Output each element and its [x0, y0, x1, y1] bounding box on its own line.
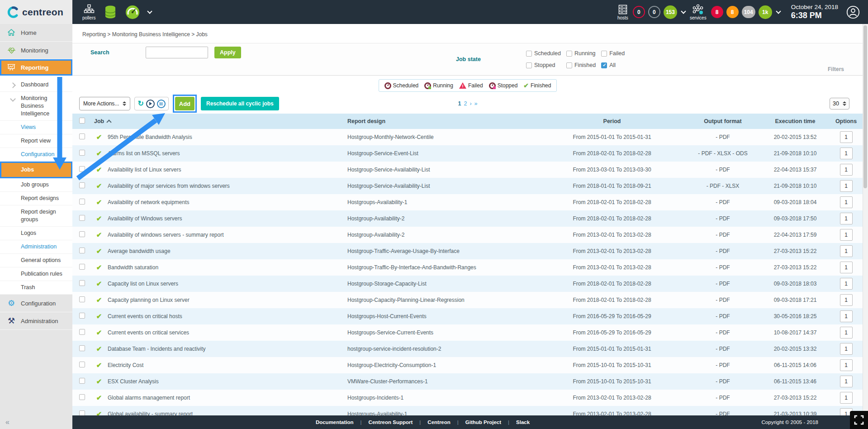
pagination-link[interactable]: › [470, 100, 471, 107]
job-name[interactable]: Electricity Cost [108, 362, 341, 368]
services-menu[interactable]: services [690, 4, 707, 20]
pollers-menu[interactable]: pollers [82, 4, 95, 20]
scrollbar-thumb[interactable] [863, 25, 867, 188]
job-name[interactable]: Availability of network equipments [108, 199, 341, 205]
row-checkbox[interactable] [79, 150, 85, 156]
options-input[interactable]: 1 [840, 148, 853, 159]
service-status-badge[interactable]: 8 [726, 6, 739, 18]
row-checkbox[interactable] [79, 362, 85, 367]
row-checkbox[interactable] [79, 394, 85, 400]
sidebar-subitem[interactable]: General options [0, 254, 72, 267]
checkbox-icon[interactable] [566, 51, 572, 57]
row-checkbox[interactable] [79, 215, 85, 221]
sidebar-item-home[interactable]: Home [0, 24, 72, 42]
job-state-checkbox[interactable]: Running [566, 50, 596, 57]
column-header-period[interactable]: Period [540, 118, 684, 124]
service-status-badge[interactable]: 104 [742, 6, 755, 18]
job-state-checkbox[interactable]: Failed [601, 50, 625, 57]
footer-link[interactable]: Github Project [465, 419, 516, 425]
database-status-icon[interactable] [104, 5, 117, 19]
chevron-down-icon[interactable] [147, 9, 152, 14]
footer-link[interactable]: Documentation [316, 419, 369, 425]
options-input[interactable]: 1 [840, 213, 853, 224]
sidebar-subitem[interactable]: Configuration [0, 148, 72, 162]
sidebar-item-configuration[interactable]: ⚙ Configuration [0, 295, 72, 312]
options-input[interactable]: 1 [840, 229, 853, 241]
pagination-link[interactable]: 2 [464, 100, 467, 107]
pagination-link[interactable]: » [474, 100, 478, 107]
job-state-checkbox[interactable]: All [601, 62, 625, 68]
job-name[interactable]: 95th Percentile Bandwidth Analysis [108, 134, 341, 140]
job-name[interactable]: Average bandwidth usage [108, 248, 341, 254]
search-input[interactable] [146, 47, 208, 58]
checkbox-icon[interactable] [526, 62, 532, 68]
row-checkbox[interactable] [79, 296, 85, 302]
sidebar-subitem[interactable]: Dashboard [0, 78, 72, 92]
vertical-scrollbar[interactable] [863, 24, 868, 429]
sidebar-subitem[interactable]: Report designs [0, 192, 72, 205]
sidebar-subitem[interactable]: Administration [0, 240, 72, 254]
row-checkbox[interactable] [79, 199, 85, 205]
breadcrumb[interactable]: Reporting > Monitoring Business Intellig… [72, 24, 863, 38]
job-name[interactable]: Capacity planning on Linux server [108, 297, 341, 303]
row-checkbox[interactable] [79, 280, 85, 286]
centreon-logo[interactable]: centreon [0, 0, 72, 24]
service-status-badge[interactable]: 8 [711, 6, 723, 18]
row-checkbox[interactable] [79, 182, 85, 188]
row-checkbox[interactable] [79, 378, 85, 384]
options-input[interactable]: 1 [840, 294, 853, 306]
job-state-checkbox[interactable]: Finished [566, 62, 596, 68]
host-status-badge[interactable]: 0 [648, 6, 660, 18]
row-checkbox[interactable] [79, 231, 85, 237]
row-checkbox[interactable] [79, 166, 85, 172]
row-checkbox[interactable] [79, 313, 85, 319]
sidebar-subitem[interactable]: Logos [0, 227, 72, 240]
options-input[interactable]: 1 [840, 327, 853, 338]
footer-link[interactable]: Centreon [427, 419, 465, 425]
sidebar-subitem[interactable]: Monitoring Business Intelligence [0, 92, 72, 121]
service-status-badge[interactable]: 1k [759, 5, 772, 19]
sidebar-item-reporting[interactable]: Reporting [0, 59, 72, 76]
refresh-icon[interactable]: ↻ [138, 100, 143, 107]
sidebar-subitem[interactable]: Jobs [0, 162, 72, 178]
pagination-link[interactable]: 1 [458, 100, 461, 107]
options-input[interactable]: 1 [840, 310, 853, 322]
checkbox-icon[interactable] [601, 62, 607, 68]
sort-asc-icon[interactable] [107, 119, 112, 124]
job-name[interactable]: ESX Cluster Analysis [108, 378, 341, 385]
job-name[interactable]: Alarms list on MSSQL servers [108, 150, 341, 157]
column-header-exec[interactable]: Execution time [761, 118, 829, 124]
fullscreen-button[interactable] [850, 411, 868, 429]
job-name[interactable]: Capacity list on Linux servers [108, 281, 341, 287]
sidebar-subitem[interactable]: Report view [0, 134, 72, 148]
pause-icon[interactable] [157, 100, 166, 108]
apply-button[interactable]: Apply [214, 47, 241, 58]
sidebar-subitem[interactable]: Job groups [0, 178, 72, 192]
job-name[interactable]: Availability list of Linux servers [108, 167, 341, 173]
job-name[interactable]: Global alarms management report [108, 395, 341, 401]
options-input[interactable]: 1 [840, 196, 853, 208]
latency-gauge-icon[interactable] [125, 5, 140, 19]
checkbox-icon[interactable] [566, 62, 572, 68]
row-checkbox[interactable] [79, 133, 85, 139]
options-input[interactable]: 1 [840, 245, 853, 257]
sidebar-item-monitoring[interactable]: Monitoring [0, 42, 72, 59]
row-checkbox[interactable] [79, 329, 85, 335]
options-input[interactable]: 1 [840, 392, 853, 404]
checkbox-icon[interactable] [601, 51, 607, 57]
job-state-checkbox[interactable]: Scheduled [526, 50, 561, 57]
footer-link[interactable]: Slack [516, 419, 530, 425]
host-status-badge[interactable]: 0 [633, 6, 645, 18]
column-header-design[interactable]: Report design [341, 118, 540, 124]
footer-link[interactable]: Centreon Support [369, 419, 428, 425]
host-status-badge[interactable]: 153 [664, 5, 677, 19]
options-input[interactable]: 1 [840, 180, 853, 192]
job-name[interactable]: Availability of major services from wind… [108, 183, 341, 189]
job-name[interactable]: Database Team - Incidents and reactivity [108, 346, 341, 352]
add-button[interactable]: Add [175, 97, 194, 110]
sidebar-subitem[interactable]: Views [0, 121, 72, 134]
select-all-checkbox[interactable] [79, 118, 85, 124]
page-size-select[interactable]: 30 [830, 98, 849, 110]
job-name[interactable]: Availability of windows servers - summar… [108, 232, 341, 238]
options-input[interactable]: 1 [840, 278, 853, 290]
